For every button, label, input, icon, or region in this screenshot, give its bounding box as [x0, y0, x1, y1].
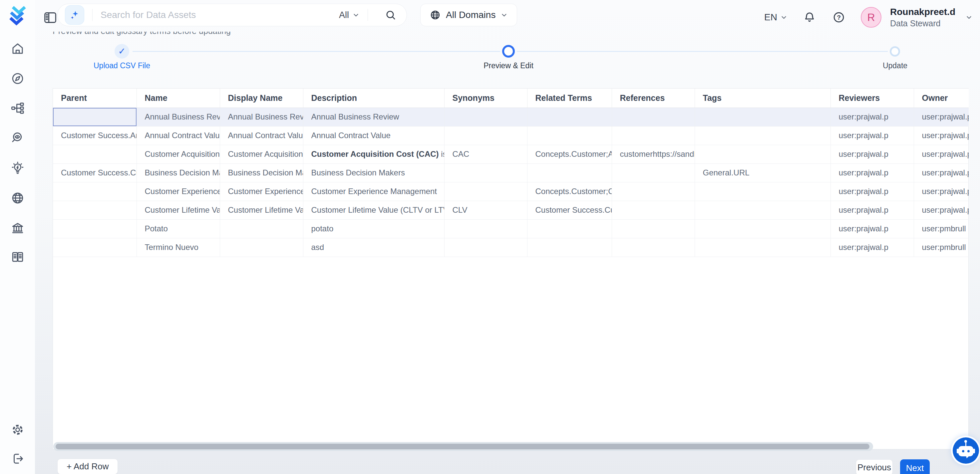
cell-synonyms[interactable]	[444, 108, 527, 126]
cell-display_name[interactable]	[220, 220, 303, 238]
step-label-upload[interactable]: Upload CSV File	[62, 61, 182, 70]
app-logo-icon[interactable]	[8, 5, 27, 26]
search-icon[interactable]	[385, 9, 396, 21]
cell-reviewers[interactable]: user:prajwal.p	[830, 220, 914, 238]
cell-synonyms[interactable]	[444, 220, 527, 238]
cell-references[interactable]	[612, 126, 695, 145]
cell-reviewers[interactable]: user:prajwal.p	[830, 145, 914, 164]
cell-references[interactable]: customerhttps://sandb...	[612, 145, 695, 164]
cell-reviewers[interactable]: user:prajwal.p	[830, 108, 914, 126]
cell-parent[interactable]	[53, 220, 137, 238]
cell-parent[interactable]: Customer Success.An...	[53, 126, 137, 145]
cell-synonyms[interactable]	[444, 126, 527, 145]
cell-related_terms[interactable]	[527, 164, 612, 182]
cell-related_terms[interactable]	[527, 220, 612, 238]
cell-display_name[interactable]: Annual Business Revie...	[220, 108, 303, 126]
cell-name[interactable]: Potato	[137, 220, 220, 238]
cell-owner[interactable]: user:pmbrull	[914, 220, 969, 238]
sidebar-item-home[interactable]	[10, 41, 25, 56]
cell-owner[interactable]: user:prajwal.p	[914, 126, 969, 145]
cell-reviewers[interactable]: user:prajwal.p	[830, 201, 914, 220]
user-info[interactable]: Rounakpreet.d Data Steward	[890, 6, 955, 29]
ai-sparkle-icon[interactable]	[65, 5, 84, 25]
language-selector[interactable]: EN	[764, 12, 788, 23]
cell-description[interactable]: Annual Business Review	[303, 108, 444, 126]
user-menu-chevron-icon[interactable]	[965, 14, 973, 21]
cell-tags[interactable]	[695, 238, 830, 257]
sidebar-item-govern[interactable]	[10, 221, 25, 235]
cell-description[interactable]: Customer Experience Management	[303, 182, 444, 201]
cell-display_name[interactable]: Customer Experience ...	[220, 182, 303, 201]
cell-description[interactable]: Business Decision Makers	[303, 164, 444, 182]
cell-name[interactable]: Annual Business Review	[137, 108, 220, 126]
cell-owner[interactable]: user:prajwal.p	[914, 108, 969, 126]
cell-tags[interactable]: General.URL	[695, 164, 830, 182]
cell-tags[interactable]	[695, 201, 830, 220]
cell-parent[interactable]: Customer Success.Cu...	[53, 164, 137, 182]
cell-parent[interactable]	[53, 238, 137, 257]
cell-reviewers[interactable]: user:prajwal.p	[830, 164, 914, 182]
cell-tags[interactable]	[695, 145, 830, 164]
cell-name[interactable]: Customer Experience ...	[137, 182, 220, 201]
horizontal-scrollbar-track[interactable]	[53, 442, 873, 451]
sidebar-item-logout[interactable]	[10, 451, 25, 466]
add-row-button[interactable]: + Add Row	[57, 459, 118, 474]
sidebar-item-settings[interactable]	[10, 422, 25, 437]
sidebar-item-explore[interactable]	[10, 71, 25, 86]
cell-description[interactable]: asd	[303, 238, 444, 257]
search-input[interactable]: Search for Data Assets	[100, 10, 339, 20]
cell-parent[interactable]	[53, 145, 137, 164]
cell-references[interactable]	[612, 220, 695, 238]
notifications-bell-icon[interactable]	[802, 10, 817, 25]
cell-display_name[interactable]: Customer Acquisition ...	[220, 145, 303, 164]
cell-description[interactable]: Customer Acquisition Cost (CAC) is a ...	[303, 145, 444, 164]
help-icon[interactable]: ?	[832, 10, 846, 25]
cell-name[interactable]: Customer Lifetime Value	[137, 201, 220, 220]
cell-synonyms[interactable]	[444, 238, 527, 257]
sidebar-toggle-icon[interactable]	[43, 10, 58, 25]
next-button[interactable]: Next	[900, 460, 930, 474]
cell-display_name[interactable]: Business Decision Ma...	[220, 164, 303, 182]
cell-synonyms[interactable]: CAC	[444, 145, 527, 164]
cell-owner[interactable]: user:prajwal.p	[914, 182, 969, 201]
cell-tags[interactable]	[695, 126, 830, 145]
all-domains-dropdown[interactable]: All Domains	[420, 4, 517, 26]
sidebar-item-observability[interactable]	[10, 131, 25, 145]
cell-display_name[interactable]: Annual Contract Value ...	[220, 126, 303, 145]
cell-tags[interactable]	[695, 108, 830, 126]
cell-references[interactable]	[612, 182, 695, 201]
cell-display_name[interactable]: Customer Lifetime Val...	[220, 201, 303, 220]
cell-related_terms[interactable]: Concepts.Customer;A...	[527, 145, 612, 164]
cell-owner[interactable]: user:prajwal.p	[914, 145, 969, 164]
cell-owner[interactable]: user:pmbrull	[914, 238, 969, 257]
cell-description[interactable]: Annual Contract Value	[303, 126, 444, 145]
cell-description[interactable]: Customer Lifetime Value (CLTV or LTV) i.…	[303, 201, 444, 220]
cell-related_terms[interactable]: Customer Success.Cu...	[527, 201, 612, 220]
global-search-bar[interactable]: Search for Data Assets All	[57, 4, 407, 26]
cell-synonyms[interactable]	[444, 182, 527, 201]
cell-synonyms[interactable]: CLV	[444, 201, 527, 220]
cell-reviewers[interactable]: user:prajwal.p	[830, 182, 914, 201]
cell-parent[interactable]	[53, 108, 137, 126]
sidebar-item-glossary[interactable]	[10, 250, 25, 264]
cell-name[interactable]: Annual Contract Value	[137, 126, 220, 145]
cell-parent[interactable]	[53, 201, 137, 220]
cell-name[interactable]: Customer Acquisition ...	[137, 145, 220, 164]
cell-tags[interactable]	[695, 220, 830, 238]
sidebar-item-insights[interactable]	[10, 161, 25, 175]
cell-related_terms[interactable]	[527, 108, 612, 126]
cell-name[interactable]: Termino Nuevo	[137, 238, 220, 257]
cell-name[interactable]: Business Decision Ma...	[137, 164, 220, 182]
cell-synonyms[interactable]	[444, 164, 527, 182]
cell-related_terms[interactable]	[527, 238, 612, 257]
cell-related_terms[interactable]: Concepts.Customer;C...	[527, 182, 612, 201]
chatbot-button[interactable]	[953, 437, 979, 464]
avatar[interactable]: R	[861, 7, 881, 28]
cell-parent[interactable]	[53, 182, 137, 201]
cell-tags[interactable]	[695, 182, 830, 201]
cell-display_name[interactable]	[220, 238, 303, 257]
cell-related_terms[interactable]	[527, 126, 612, 145]
cell-description[interactable]: potato	[303, 220, 444, 238]
cell-references[interactable]	[612, 164, 695, 182]
sidebar-item-lineage[interactable]	[10, 101, 25, 116]
